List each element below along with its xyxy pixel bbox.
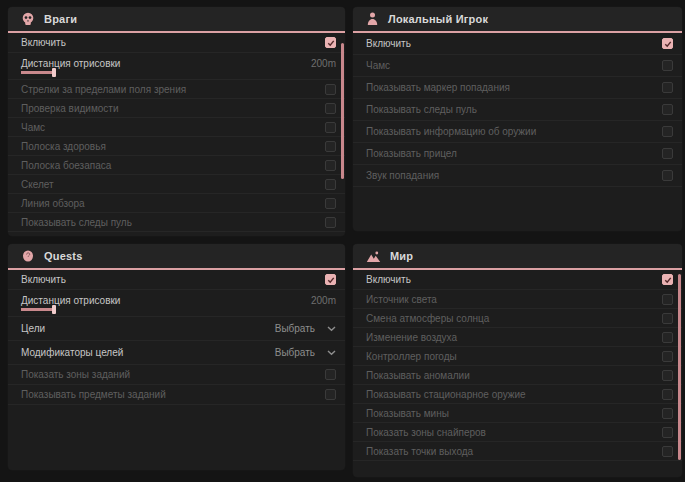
- slider-thumb[interactable]: [52, 68, 56, 77]
- row-label: Дистанция отрисовки: [21, 295, 120, 306]
- checkbox-unchecked[interactable]: [662, 170, 673, 181]
- row-crosshair[interactable]: Показывать прицел: [353, 143, 682, 165]
- checkbox-unchecked[interactable]: [662, 446, 673, 457]
- checkbox-unchecked[interactable]: [662, 126, 673, 137]
- checkbox-unchecked[interactable]: [662, 332, 673, 343]
- row-skeleton[interactable]: Скелет: [8, 175, 345, 194]
- row-quest-items[interactable]: Показывать предметы заданий: [8, 385, 345, 405]
- checkbox-unchecked[interactable]: [325, 84, 336, 95]
- slider-thumb[interactable]: [52, 305, 56, 314]
- checkbox-unchecked[interactable]: [662, 104, 673, 115]
- checkbox-unchecked[interactable]: [662, 427, 673, 438]
- row-light-source[interactable]: Источник света: [353, 290, 682, 309]
- checkbox-unchecked[interactable]: [662, 313, 673, 324]
- row-chams[interactable]: Чамс: [8, 118, 345, 137]
- row-health-bar[interactable]: Полоска здоровья: [8, 137, 345, 156]
- checkbox-unchecked[interactable]: [325, 369, 336, 380]
- row-label: Показывать маркер попадания: [366, 82, 510, 93]
- panel-enemies-body: Включить Дистанция отрисовки 200m Стрелк…: [8, 33, 345, 232]
- row-label: Включить: [366, 274, 411, 285]
- checkbox-checked[interactable]: [662, 274, 673, 285]
- row-weapon-info[interactable]: Показывать информацию об оружии: [353, 121, 682, 143]
- row-label: Стрелки за пределами поля зрения: [21, 84, 186, 95]
- panel-world-header[interactable]: Мир: [353, 244, 682, 270]
- skull-icon: [21, 12, 35, 26]
- scrollbar[interactable]: [678, 274, 681, 460]
- panel-quests-body: Включить Дистанция отрисовки 200m Цели В…: [8, 270, 345, 405]
- row-anomalies[interactable]: Показывать аномалии: [353, 366, 682, 385]
- row-label: Показать точки выхода: [366, 446, 473, 457]
- row-enable[interactable]: Включить: [8, 33, 345, 53]
- panel-title: Quests: [44, 250, 83, 262]
- checkbox-unchecked[interactable]: [662, 351, 673, 362]
- slider-track[interactable]: [21, 308, 336, 311]
- panel-enemies: Враги Включить Дистанция отрисовки 200m …: [8, 7, 345, 236]
- row-render-distance: Дистанция отрисовки 200m: [8, 290, 345, 317]
- row-quest-zones[interactable]: Показать зоны заданий: [8, 365, 345, 385]
- row-enable[interactable]: Включить: [353, 33, 682, 55]
- scrollbar[interactable]: [341, 43, 344, 179]
- checkbox-checked[interactable]: [325, 37, 336, 48]
- panel-enemies-header[interactable]: Враги: [8, 7, 345, 33]
- checkbox-checked[interactable]: [325, 274, 336, 285]
- chevron-down-icon: [327, 350, 336, 356]
- row-exit-points[interactable]: Показать точки выхода: [353, 442, 682, 461]
- checkbox-unchecked[interactable]: [325, 389, 336, 400]
- dropdown-value: Выбрать: [275, 323, 315, 334]
- row-label: Включить: [366, 38, 411, 49]
- slider-fill: [21, 308, 55, 311]
- checkbox-unchecked[interactable]: [325, 122, 336, 133]
- checkbox-checked[interactable]: [662, 38, 673, 49]
- row-stationary-weapons[interactable]: Показывать стационарное оружие: [353, 385, 682, 404]
- row-label: Показать зоны снайперов: [366, 427, 486, 438]
- goal-modifiers-dropdown[interactable]: Выбрать: [275, 347, 336, 358]
- row-label: Включить: [21, 37, 66, 48]
- row-bullet-traces[interactable]: Показывать следы пуль: [353, 99, 682, 121]
- row-sun-atmosphere[interactable]: Смена атмосферы солнца: [353, 309, 682, 328]
- checkbox-unchecked[interactable]: [325, 141, 336, 152]
- checkbox-unchecked[interactable]: [662, 294, 673, 305]
- checkbox-unchecked[interactable]: [325, 217, 336, 228]
- row-hit-marker[interactable]: Показывать маркер попадания: [353, 77, 682, 99]
- row-label: Цели: [21, 323, 45, 334]
- row-label: Звук попадания: [366, 170, 439, 181]
- panel-local-player-header[interactable]: Локальный Игрок: [353, 7, 682, 33]
- checkbox-unchecked[interactable]: [325, 179, 336, 190]
- checkbox-unchecked[interactable]: [662, 148, 673, 159]
- slider-track[interactable]: [21, 71, 336, 74]
- row-offscreen-arrows[interactable]: Стрелки за пределами поля зрения: [8, 80, 345, 99]
- row-label: Контроллер погоды: [366, 351, 457, 362]
- checkbox-unchecked[interactable]: [325, 103, 336, 114]
- goals-dropdown[interactable]: Выбрать: [275, 323, 336, 334]
- row-label: Смена атмосферы солнца: [366, 313, 489, 324]
- slider-value: 200m: [311, 295, 336, 306]
- checkbox-unchecked[interactable]: [662, 408, 673, 419]
- checkbox-unchecked[interactable]: [662, 389, 673, 400]
- checkbox-unchecked[interactable]: [662, 82, 673, 93]
- row-label: Изменение воздуха: [366, 332, 457, 343]
- row-label: Показывать предметы заданий: [21, 389, 166, 400]
- row-hit-sound[interactable]: Звук попадания: [353, 165, 682, 187]
- row-sniper-zones[interactable]: Показать зоны снайперов: [353, 423, 682, 442]
- row-ammo-bar[interactable]: Полоска боезапаса: [8, 156, 345, 175]
- row-enable[interactable]: Включить: [8, 270, 345, 290]
- panel-world-body: Включить Источник света Смена атмосферы …: [353, 270, 682, 461]
- row-enable[interactable]: Включить: [353, 270, 682, 290]
- row-label: Включить: [21, 274, 66, 285]
- checkbox-unchecked[interactable]: [325, 160, 336, 171]
- checkbox-unchecked[interactable]: [662, 370, 673, 381]
- slider-value: 200m: [311, 58, 336, 69]
- row-weather-controller[interactable]: Контроллер погоды: [353, 347, 682, 366]
- checkbox-unchecked[interactable]: [325, 198, 336, 209]
- panel-quests-header[interactable]: Quests: [8, 244, 345, 270]
- row-bullet-traces[interactable]: Показывать следы пуль: [8, 213, 345, 232]
- row-label: Дистанция отрисовки: [21, 58, 120, 69]
- row-chams[interactable]: Чамс: [353, 55, 682, 77]
- row-visibility-check[interactable]: Проверка видимости: [8, 99, 345, 118]
- checkbox-unchecked[interactable]: [662, 60, 673, 71]
- cheat-menu-overlay: Враги Включить Дистанция отрисовки 200m …: [0, 0, 685, 482]
- panel-title: Враги: [44, 13, 77, 25]
- row-mines[interactable]: Показывать мины: [353, 404, 682, 423]
- row-air-change[interactable]: Изменение воздуха: [353, 328, 682, 347]
- row-view-line[interactable]: Линия обзора: [8, 194, 345, 213]
